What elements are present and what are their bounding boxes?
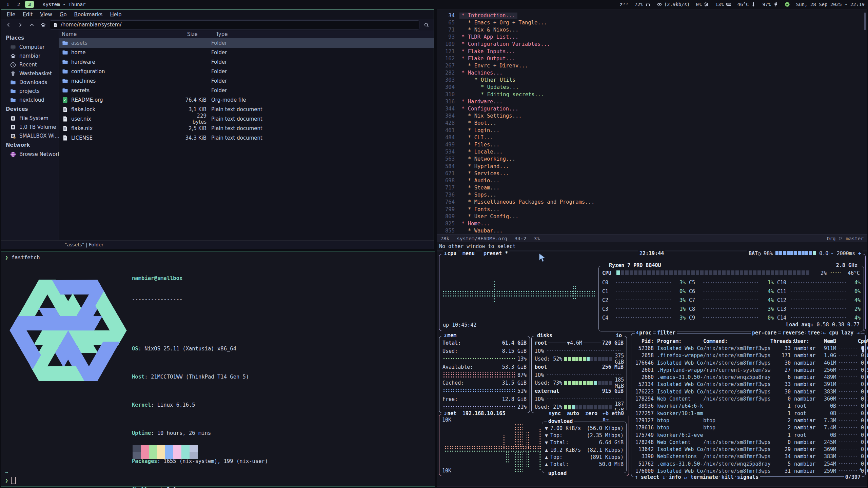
proc-action-button[interactable]: info ↵	[667, 474, 688, 480]
org-heading-line[interactable]: 799 * Fonts...	[437, 206, 867, 213]
process-row[interactable]: 2660 .emacs-31.0.50- /nix/store/wnqz5pa8…	[631, 373, 865, 381]
org-heading-line[interactable]: 384 * Nix Settings...	[437, 113, 867, 120]
up-button[interactable]	[27, 20, 36, 29]
column-header-type[interactable]: Type	[213, 30, 434, 38]
org-heading-line[interactable]: 484 * CLI...	[437, 134, 867, 141]
menu-item[interactable]: Help	[107, 11, 124, 18]
process-row[interactable]: 177257 kworker/10:1-mm_ 1 root 0B 0.0	[631, 410, 865, 417]
process-row[interactable]: 176000 Isolated Web Co /nix/store/sm8fmr…	[631, 467, 865, 474]
column-header-name[interactable]: Name	[59, 30, 185, 38]
temperature-module[interactable]: 46°C	[737, 2, 756, 7]
disks-panel-title[interactable]: disks	[536, 332, 554, 339]
org-heading-line[interactable]: 809 * User Config...	[437, 213, 867, 220]
process-row[interactable]: 3390 WebExtensions /nix/store/sm8fmrf3wp…	[631, 453, 865, 460]
interval-decrease[interactable]: -	[831, 250, 834, 257]
org-heading-line[interactable]: 698 * Audio...	[437, 177, 867, 184]
menu-item[interactable]: View	[37, 11, 55, 18]
process-row[interactable]: 13642 Isolated Web Co /nix/store/sm8fmrf…	[631, 446, 865, 453]
process-row[interactable]: 179127 btop btop 2 nambiar 7.3M 0.0	[631, 417, 865, 424]
sidebar-item[interactable]: projects	[1, 87, 59, 96]
sidebar-item[interactable]: Wastebasket	[1, 69, 59, 78]
io-mode-button[interactable]: io	[614, 332, 623, 339]
memory-module[interactable]: 13%	[715, 2, 731, 7]
header-user[interactable]: User:	[794, 338, 818, 344]
process-row[interactable]: 176646 Isolated Web Co /nix/store/sm8fmr…	[631, 359, 865, 366]
process-row[interactable]: 176223 Isolated Web Co /nix/store/sm8fmr…	[631, 388, 865, 395]
org-heading-line[interactable]: 121 * Flake Inputs...	[437, 48, 867, 55]
file-row[interactable]: flake.nix 2,5 KiB Plain text document	[59, 124, 434, 133]
org-heading-line[interactable]: 584 * Hyprland...	[437, 163, 867, 170]
header-cpu[interactable]: Cpu% ↑	[858, 338, 868, 344]
battery-module[interactable]: 97%	[762, 2, 778, 7]
sidebar-item[interactable]: Downloads	[1, 78, 59, 87]
org-heading-line[interactable]: 65 * Emacs + Org + Tangle...	[437, 19, 867, 26]
file-row[interactable]: configuration Folder	[59, 67, 434, 76]
file-row[interactable]: secrets Folder	[59, 86, 434, 95]
header-command[interactable]: Command:	[703, 338, 770, 344]
org-heading-line[interactable]: 93 * TLDR App List...	[437, 34, 867, 41]
org-heading-line[interactable]: 310 * Editing secrets...	[437, 91, 867, 98]
process-row[interactable]: 2658 .firefox-wrappe /nix/store/sm8fmrf3…	[631, 352, 865, 359]
column-header-size[interactable]: Size	[185, 30, 213, 38]
org-heading-line[interactable]: 344 * Configuration...	[437, 105, 867, 112]
process-row[interactable]: 38936 kworker/u64:6-kc 1 root 0B 0.0	[631, 403, 865, 410]
process-row[interactable]: 2601 .Hyprland-wrapp /run/current-system…	[631, 366, 865, 373]
org-heading-line[interactable]: 563 * Networking...	[437, 156, 867, 163]
sidebar-item[interactable]: Computer	[1, 43, 59, 52]
reverse-button[interactable]: reverse	[781, 330, 805, 336]
scrollbar-thumb[interactable]	[864, 13, 866, 30]
sidebar-item[interactable]: Recent	[1, 60, 59, 69]
file-row[interactable]: flake.lock 3,1 KiB Plain text document	[59, 105, 434, 114]
org-heading-line[interactable]: 316 * Hardware...	[437, 98, 867, 105]
process-row[interactable]: 178248 Web Content /nix/store/sm8fmrf3wp…	[631, 439, 865, 446]
process-row[interactable]: 52368 Isolated Web Co /nix/store/sm8fmrf…	[631, 345, 865, 352]
net-auto-button[interactable]: auto	[566, 410, 580, 416]
sidebar-item[interactable]: nambiar	[1, 52, 59, 60]
file-row[interactable]: LICENSE 34,3 KiB Plain text document	[59, 133, 434, 143]
process-row[interactable]: 178616 btop btop 2 nambiar 7.4M 0.0	[631, 424, 865, 431]
sidebar-item[interactable]: 1,0 TB Volume	[1, 123, 59, 131]
workspace-button[interactable]: 3	[25, 1, 34, 8]
scrollbar-thumb[interactable]	[862, 346, 864, 352]
org-heading-line[interactable]: 428 * Boot...	[437, 120, 867, 127]
sidebar-item[interactable]: File System	[1, 114, 59, 123]
search-button[interactable]	[421, 20, 431, 29]
process-panel-title[interactable]: 4proc	[635, 330, 653, 336]
net-sync-button[interactable]: sync	[547, 410, 562, 416]
file-row[interactable]: user.nix 229 bytes Plain text document	[59, 114, 434, 124]
file-row[interactable]: assets Folder	[59, 38, 434, 48]
preset-button[interactable]: preset *	[482, 250, 509, 257]
org-heading-line[interactable]: 736 * Sops...	[437, 191, 867, 199]
path-bar[interactable]: /home/nambiar/system/	[50, 20, 419, 29]
proc-action-button[interactable]: terminate	[689, 474, 719, 480]
shell-prompt[interactable]: ❯	[5, 477, 16, 484]
process-row[interactable]: 52134 Isolated Web Co /nix/store/sm8fmrf…	[631, 381, 865, 388]
menu-item[interactable]: Edit	[20, 11, 36, 18]
org-heading-line[interactable]: 855 * Waubar...	[437, 227, 867, 234]
org-heading-line[interactable]: 671 * Services...	[437, 170, 867, 177]
header-pid[interactable]: Pid:	[634, 338, 654, 344]
file-row[interactable]: machines Folder	[59, 76, 434, 86]
cpu-panel-title[interactable]: 1cpu	[443, 250, 458, 257]
header-mem[interactable]: MemB	[818, 338, 836, 344]
back-button[interactable]	[4, 20, 13, 29]
sidebar-item[interactable]: SMALLBOX Wi...	[1, 131, 59, 140]
org-heading-line[interactable]: 717 * Steam...	[437, 184, 867, 191]
sort-mode-switcher[interactable]: ← cpu lazy →	[822, 330, 861, 336]
file-row[interactable]: hardware Folder	[59, 57, 434, 67]
home-button[interactable]	[38, 20, 48, 29]
proc-action-button[interactable]: ↑ select ↓	[633, 474, 667, 480]
sidebar-item[interactable]: nextcloud	[1, 96, 59, 104]
process-row[interactable]: 178294 Web Content /nix/store/sm8fmrf3wp…	[631, 395, 865, 402]
org-heading-line[interactable]: 267 * Envrc + Direnv...	[437, 62, 867, 69]
org-heading-line[interactable]: 109 * Configuration Variables...	[437, 41, 867, 48]
header-threads[interactable]: Threads:	[770, 338, 791, 344]
org-heading-line[interactable]: 461 * Login...	[437, 127, 867, 134]
idle-inhibitor[interactable]: zᶻᶻ	[620, 2, 628, 7]
file-row[interactable]: README.org 76,4 KiB Org-mode file	[59, 95, 434, 105]
network-module[interactable]: (2.9kb/s)	[657, 2, 690, 7]
org-heading-line[interactable]: 303 * Other Utils	[437, 77, 867, 84]
workspace-button[interactable]: 1	[3, 1, 12, 8]
org-heading-line[interactable]: 71 * Nix & Nixos...	[437, 26, 867, 33]
tree-button[interactable]: tree	[806, 330, 821, 336]
